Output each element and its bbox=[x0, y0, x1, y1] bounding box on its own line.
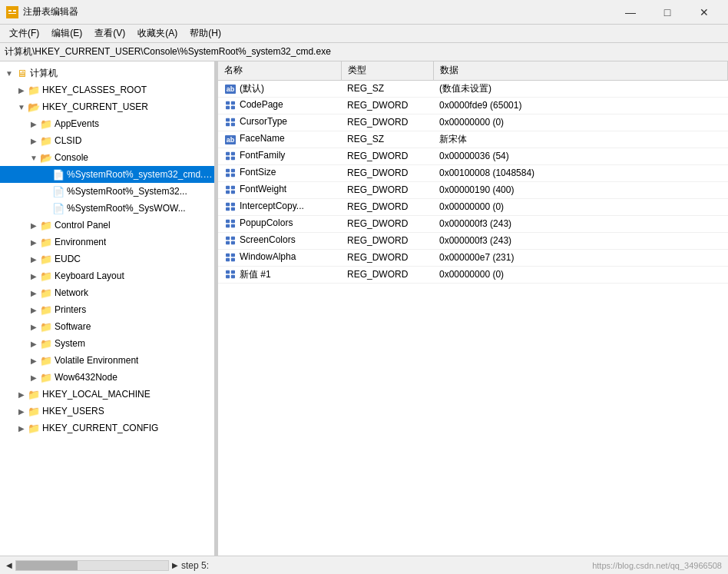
tree-item-clsid[interactable]: ▶ 📁 CLSID bbox=[0, 132, 214, 149]
svg-rect-13 bbox=[231, 152, 235, 155]
expand-icon-network[interactable]: ▶ bbox=[28, 287, 40, 299]
table-row[interactable]: CursorTypeREG_DWORD0x00000000 (0) bbox=[218, 114, 728, 131]
table-row[interactable]: abFaceNameREG_SZ新宋体 bbox=[218, 131, 728, 148]
tree-item-computer[interactable]: ▼ 🖥 计算机 bbox=[0, 65, 214, 81]
scrollbar-thumb[interactable] bbox=[16, 561, 78, 570]
tree-item-syswow[interactable]: · 📄 %SystemRoot%_SysWOW... bbox=[0, 200, 214, 217]
table-row[interactable]: FontFamilyREG_DWORD0x00000036 (54) bbox=[218, 148, 728, 164]
menu-favorites[interactable]: 收藏夹(A) bbox=[131, 25, 184, 42]
svg-rect-38 bbox=[226, 258, 230, 261]
expand-icon-clsid[interactable]: ▶ bbox=[28, 134, 40, 147]
tree-item-eudc[interactable]: ▶ 📁 EUDC bbox=[0, 251, 214, 267]
tree-item-hkcu[interactable]: ▼ 📂 HKEY_CURRENT_USER bbox=[0, 98, 214, 115]
menu-help[interactable]: 帮助(H) bbox=[184, 25, 227, 42]
folder-icon-printers: 📁 bbox=[40, 304, 52, 316]
col-data[interactable]: 数据 bbox=[433, 61, 728, 80]
tree-label-syswow: %SystemRoot%_SysWOW... bbox=[67, 203, 186, 214]
tree-label-cmd-exe: %SystemRoot%_system32_cmd.exe bbox=[67, 169, 214, 180]
svg-rect-39 bbox=[231, 258, 235, 261]
col-type[interactable]: 类型 bbox=[341, 61, 433, 80]
expand-icon-system[interactable]: ▶ bbox=[28, 337, 40, 350]
tree-item-system[interactable]: ▶ 📁 System bbox=[0, 335, 214, 352]
expand-icon-hku[interactable]: ▶ bbox=[15, 405, 28, 417]
expand-icon-printers[interactable]: ▶ bbox=[28, 304, 40, 316]
table-row[interactable]: WindowAlphaREG_DWORD0x000000e7 (231) bbox=[218, 249, 728, 266]
minimize-button[interactable]: — bbox=[613, 2, 648, 23]
dword-icon bbox=[224, 99, 237, 111]
table-row[interactable]: InterceptCopy...REG_DWORD0x00000000 (0) bbox=[218, 198, 728, 215]
cell-name: 新值 #1 bbox=[218, 266, 341, 283]
expand-icon-software[interactable]: ▶ bbox=[28, 320, 40, 333]
expand-icon-environment[interactable]: ▶ bbox=[28, 236, 40, 248]
tree-item-hkcr[interactable]: ▶ 📁 HKEY_CLASSES_ROOT bbox=[0, 81, 214, 98]
expand-icon-console[interactable]: ▼ bbox=[28, 151, 40, 164]
expand-icon-hkcc[interactable]: ▶ bbox=[15, 422, 28, 434]
tree-item-printers[interactable]: ▶ 📁 Printers bbox=[0, 301, 214, 318]
svg-rect-41 bbox=[231, 270, 235, 274]
expand-icon-hkcr[interactable]: ▶ bbox=[15, 84, 28, 96]
svg-rect-26 bbox=[226, 207, 230, 211]
expand-icon-appevents[interactable]: ▶ bbox=[28, 118, 40, 130]
tree-label-console: Console bbox=[55, 152, 88, 163]
cell-type: REG_DWORD bbox=[341, 181, 433, 198]
tree-item-environment[interactable]: ▶ 📁 Environment bbox=[0, 234, 214, 251]
expand-icon-wow6432[interactable]: ▶ bbox=[28, 371, 40, 383]
tree-item-software[interactable]: ▶ 📁 Software bbox=[0, 318, 214, 335]
tree-item-console[interactable]: ▼ 📂 Console bbox=[0, 149, 214, 166]
maximize-button[interactable]: □ bbox=[650, 2, 685, 23]
menu-view[interactable]: 查看(V) bbox=[88, 25, 131, 42]
scroll-right-btn[interactable]: ▶ bbox=[172, 561, 178, 569]
table-header-row: 名称 类型 数据 bbox=[218, 61, 728, 80]
tree-item-network[interactable]: ▶ 📁 Network bbox=[0, 284, 214, 301]
tree-item-volatile[interactable]: ▶ 📁 Volatile Environment bbox=[0, 352, 214, 369]
row-name-text: (默认) bbox=[240, 83, 264, 94]
horizontal-scrollbar[interactable] bbox=[15, 560, 169, 571]
table-row[interactable]: PopupColorsREG_DWORD0x000000f3 (243) bbox=[218, 215, 728, 232]
table-row[interactable]: CodePageREG_DWORD0x0000fde9 (65001) bbox=[218, 97, 728, 114]
svg-rect-14 bbox=[226, 157, 230, 160]
expand-icon-cmd-exe: · bbox=[40, 168, 52, 181]
menu-edit[interactable]: 编辑(E) bbox=[45, 25, 88, 42]
ab-icon: ab bbox=[224, 82, 237, 95]
expand-icon-hkcu[interactable]: ▼ bbox=[15, 101, 28, 113]
svg-rect-36 bbox=[226, 254, 230, 257]
svg-rect-28 bbox=[226, 220, 230, 223]
table-row[interactable]: ab(默认)REG_SZ(数值未设置) bbox=[218, 80, 728, 97]
table-row[interactable]: FontSizeREG_DWORD0x00100008 (1048584) bbox=[218, 164, 728, 181]
scroll-left-btn[interactable]: ◀ bbox=[6, 561, 12, 569]
ab-icon: ab bbox=[224, 133, 237, 145]
dword-icon bbox=[224, 116, 237, 128]
tree-item-cmd-exe[interactable]: · 📄 %SystemRoot%_system32_cmd.exe bbox=[0, 166, 214, 183]
expand-icon-eudc[interactable]: ▶ bbox=[28, 253, 40, 265]
tree-item-controlpanel[interactable]: ▶ 📁 Control Panel bbox=[0, 217, 214, 234]
tree-item-keyboardlayout[interactable]: ▶ 📁 Keyboard Layout bbox=[0, 267, 214, 284]
tree-item-hkcc[interactable]: ▶ 📁 HKEY_CURRENT_CONFIG bbox=[0, 420, 214, 436]
tree-item-hku[interactable]: ▶ 📁 HKEY_USERS bbox=[0, 403, 214, 420]
expand-icon-hklm[interactable]: ▶ bbox=[15, 388, 28, 400]
cell-data: (数值未设置) bbox=[433, 80, 728, 97]
svg-rect-7 bbox=[231, 106, 235, 109]
expand-icon-keyboardlayout[interactable]: ▶ bbox=[28, 270, 40, 282]
tree-item-hklm[interactable]: ▶ 📁 HKEY_LOCAL_MACHINE bbox=[0, 386, 214, 403]
dword-icon bbox=[224, 201, 237, 213]
table-row[interactable]: 新值 #1REG_DWORD0x00000000 (0) bbox=[218, 266, 728, 283]
table-row[interactable]: FontWeightREG_DWORD0x00000190 (400) bbox=[218, 181, 728, 198]
tree-panel[interactable]: ▼ 🖥 计算机 ▶ 📁 HKEY_CLASSES_ROOT ▼ 📂 HKEY_C… bbox=[0, 61, 215, 556]
close-button[interactable]: ✕ bbox=[687, 2, 722, 23]
expand-icon-volatile[interactable]: ▶ bbox=[28, 354, 40, 367]
table-row[interactable]: ScreenColorsREG_DWORD0x000000f3 (243) bbox=[218, 232, 728, 249]
cell-name: PopupColors bbox=[218, 215, 341, 232]
tree-label-hkcu: HKEY_CURRENT_USER bbox=[42, 101, 148, 112]
tree-item-appevents[interactable]: ▶ 📁 AppEvents bbox=[0, 115, 214, 132]
svg-rect-24 bbox=[226, 203, 230, 206]
expand-icon-controlpanel[interactable]: ▶ bbox=[28, 219, 40, 231]
status-bar: ◀ ▶ step 5: https://blog.csdn.net/qq_349… bbox=[0, 556, 728, 574]
col-name[interactable]: 名称 bbox=[218, 61, 341, 80]
expand-icon-computer[interactable]: ▼ bbox=[3, 67, 15, 79]
svg-rect-33 bbox=[231, 237, 235, 240]
menu-file[interactable]: 文件(F) bbox=[3, 25, 45, 42]
svg-rect-30 bbox=[226, 224, 230, 227]
dword-icon bbox=[224, 184, 237, 196]
tree-item-wow6432[interactable]: ▶ 📁 Wow6432Node bbox=[0, 369, 214, 386]
tree-item-system32[interactable]: · 📄 %SystemRoot%_System32... bbox=[0, 183, 214, 200]
